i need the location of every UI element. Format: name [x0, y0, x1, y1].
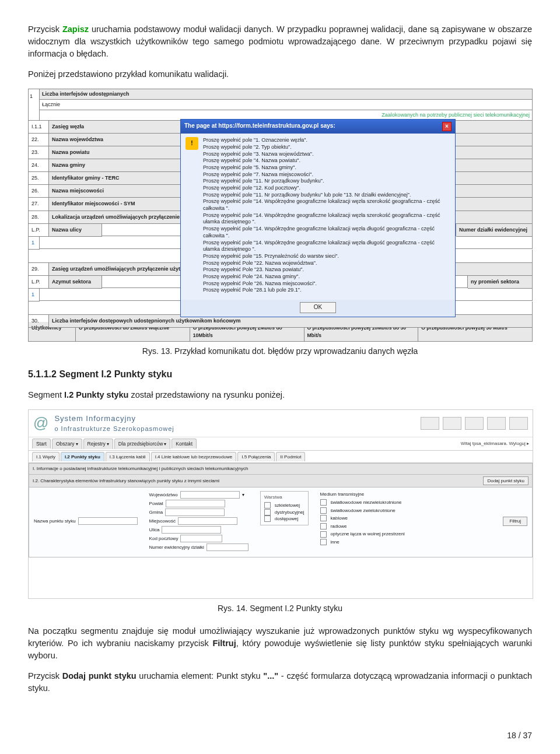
label-m5: optyczne łącza w wolnej przestrzeni	[331, 531, 405, 538]
row-28-num: 28.	[29, 211, 49, 224]
figure-14-caption: Rys. 14. Segment I.2 Punkty styku	[28, 602, 532, 614]
row-lp2-num: L.P.	[29, 276, 49, 289]
close-icon[interactable]: ×	[442, 122, 452, 131]
intro-paragraph-2: Poniżej przedstawiono przykład komunikat…	[28, 68, 532, 80]
uli-input[interactable]	[162, 526, 221, 534]
subtab-i1[interactable]: I.1 Węzły	[32, 452, 60, 462]
dialog-lines: Proszę wypełnić pole "1. Oznaczenie węzł…	[203, 137, 450, 294]
outro-paragraph-1: Na początku segmentu znajduje się moduł …	[28, 625, 532, 662]
label-mie: Miejscowość	[149, 518, 176, 525]
intro-paragraph-1: Przycisk Zapisz uruchamia podstawowy mod…	[28, 23, 532, 60]
gmi-input[interactable]	[165, 508, 225, 516]
row-lp21-num: 1	[29, 289, 40, 301]
tab-rejestry[interactable]: Rejestry▾	[83, 439, 113, 449]
figure-13: 1 Liczba interfejsów udostępnianych Łącz…	[28, 89, 532, 342]
checkbox[interactable]	[320, 531, 327, 538]
subtab-i4[interactable]: I.4 Linie kablowe lub bezprzewodowe	[151, 452, 237, 462]
label-uli: Ulica	[149, 527, 160, 534]
tab-kontakt[interactable]: Kontakt	[172, 439, 197, 448]
ned-input[interactable]	[206, 543, 249, 551]
row-lp-lbl: Nazwa ulicy	[49, 224, 102, 237]
top-row-num: 1	[29, 89, 40, 121]
logo-icon	[443, 417, 461, 430]
label-ned: Numer ewidencyjny działki	[149, 544, 204, 551]
at-icon: @	[33, 412, 48, 434]
label-gmi: Gmina	[149, 509, 163, 516]
kod-input[interactable]	[180, 535, 222, 542]
checkbox[interactable]	[264, 509, 271, 515]
label-m2: światłowodowe zwielokrotnione	[331, 507, 396, 514]
woj-input[interactable]	[180, 491, 240, 499]
ok-button[interactable]: OK	[300, 302, 336, 313]
label-m6: inne	[331, 539, 340, 546]
label-m1: światłowodowe niezwielokrotnione	[331, 499, 402, 506]
checkbox[interactable]	[320, 523, 327, 529]
row-lp2-right: ny promień sektora	[468, 276, 533, 289]
label-pow: Powiat	[149, 500, 163, 507]
warning-icon: !	[186, 137, 198, 150]
figure-13-caption: Rys. 13. Przykład komunikatu dot. błędów…	[28, 345, 532, 357]
label-w2: dystrybucyjnej	[275, 509, 304, 516]
zapisz-word: Zapisz	[62, 24, 89, 34]
logo-icon	[487, 417, 506, 430]
medium-legend: Medium transmisyjne	[320, 491, 492, 498]
filtruj-button[interactable]: Filtruj	[503, 517, 527, 526]
label-woj: Województwo	[149, 492, 178, 499]
row-27-num: 27.	[29, 198, 49, 211]
row-24-num: 24.	[29, 159, 49, 172]
mie-input[interactable]	[178, 517, 237, 525]
figure-14: @ System Informacyjny o Infrastrukturze …	[28, 409, 532, 599]
row-lp2-lbl: Azymut sektora	[49, 276, 102, 289]
page-number: 18 / 37	[28, 730, 532, 741]
label-w3: dostępowej	[275, 515, 298, 522]
outro-paragraph-2: Przycisk Dodaj punkt styku uruchamia ele…	[28, 670, 532, 695]
validation-dialog: The page at https://form.teleinfrastrukt…	[180, 119, 456, 317]
row-lp-num: L.P.	[29, 224, 49, 237]
section-heading: 5.1.1.2 Segment I.2 Punkty styku	[28, 367, 532, 381]
top-row-label: Liczba interfejsów udostępnianych	[40, 89, 533, 100]
row-lp1-num: 1	[29, 237, 40, 250]
row-30-num: 30.	[29, 315, 49, 328]
system-title-2: o Infrastrukturze Szerokopasmowej	[54, 425, 421, 434]
label-w1: szkieletowej	[275, 502, 300, 509]
dialog-title: The page at https://form.teleinfrastrukt…	[184, 122, 335, 131]
checkbox[interactable]	[320, 515, 327, 521]
section-paragraph: Segment I.2 Punkty styku został przedsta…	[28, 389, 532, 401]
chevron-down-icon: ▾	[76, 441, 78, 447]
subtab-i2[interactable]: I.2 Punkty styku	[61, 452, 104, 462]
logo-icon	[421, 417, 439, 430]
checkbox[interactable]	[320, 499, 327, 506]
subtab-i5[interactable]: I.5 Połączenia	[237, 452, 275, 462]
checkbox[interactable]	[264, 502, 271, 508]
checkbox[interactable]	[320, 507, 327, 514]
checkbox[interactable]	[320, 539, 327, 545]
subtab-ii[interactable]: II Podmiot	[276, 452, 305, 462]
row-22-num: 22.	[29, 134, 49, 146]
grey-bar-2: I.2. Charakterystyka elementów infrastru…	[33, 478, 219, 485]
row-25-num: 25.	[29, 172, 49, 185]
logo-icon	[465, 417, 484, 430]
nazwa-input[interactable]	[78, 517, 138, 525]
lacznie-label: Łącznie	[40, 100, 533, 110]
filter-panel: Nazwa punktu styku Województwo▾ Powiat G…	[29, 488, 533, 557]
logo-icon	[509, 417, 528, 430]
tab-start[interactable]: Start	[32, 439, 51, 448]
label-m4: radiowe	[331, 523, 347, 530]
tab-obszary[interactable]: Obszary▾	[52, 439, 82, 449]
chevron-down-icon: ▾	[107, 441, 109, 447]
system-title-1: System Informacyjny	[54, 413, 421, 425]
warstwa-legend: Warstwa	[264, 494, 304, 501]
row-i11-num: I.1.1	[29, 121, 49, 134]
subtab-i3[interactable]: I.3 Łączenia kabli	[106, 452, 150, 462]
row-23-num: 23.	[29, 146, 49, 159]
grey-bar-1: I. Informacje o posiadanej infrastruktur…	[29, 463, 533, 475]
row-26-num: 26.	[29, 185, 49, 198]
chevron-down-icon: ▾	[164, 441, 166, 447]
dodaj-punkt-button[interactable]: Dodaj punkt styku	[483, 476, 528, 486]
pow-input[interactable]	[166, 500, 225, 507]
chevron-down-icon[interactable]: ▾	[242, 492, 244, 499]
row-lp-right: Numer działki ewidencyjnej	[456, 224, 533, 237]
user-greeting[interactable]: Witaj tpsa_eklimasara. Wyloguj ▸	[461, 440, 529, 447]
checkbox[interactable]	[264, 515, 271, 522]
tab-dla-przedsiebiorcow[interactable]: Dla przedsiębiorców▾	[114, 439, 171, 449]
